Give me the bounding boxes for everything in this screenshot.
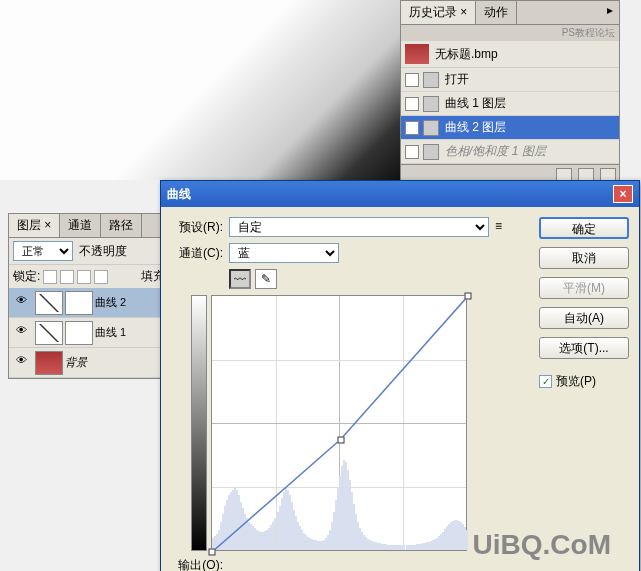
layer-thumb [35,351,63,375]
dialog-title: 曲线 [167,186,613,203]
preview-label: 预览(P) [556,373,596,390]
curve-point[interactable] [337,436,344,443]
channel-label: 通道(C): [171,245,223,262]
forum-watermark: PS教程论坛 [401,25,619,41]
auto-button[interactable]: 自动(A) [539,307,629,329]
panel-menu-icon[interactable]: ▸ [601,1,619,24]
layer-thumb [35,291,63,315]
dialog-body: 预设(R): 自定 ≡ 通道(C): 蓝 〰 ✎ [161,207,639,571]
history-label: 打开 [445,71,469,88]
file-thumbnail [405,44,429,64]
canvas-background [0,0,400,180]
history-checkbox[interactable] [405,121,419,135]
histogram [212,450,466,550]
layer-name: 曲线 2 [95,295,126,310]
lock-paint-icon[interactable] [60,270,74,284]
smooth-button[interactable]: 平滑(M) [539,277,629,299]
history-checkbox[interactable] [405,73,419,87]
file-name: 无标题.bmp [435,46,498,63]
history-item-open[interactable]: 打开 [401,68,619,92]
tab-actions[interactable]: 动作 [476,1,517,24]
dialog-right: 确定 取消 平滑(M) 自动(A) 选项(T)... ✓ 预览(P) [529,217,629,571]
history-item-huesat[interactable]: 色相/饱和度 1 图层 [401,140,619,164]
options-button[interactable]: 选项(T)... [539,337,629,359]
opacity-label: 不透明度 [79,243,127,260]
history-checkbox[interactable] [405,97,419,111]
visibility-icon[interactable] [15,355,31,371]
layer-row-curves2[interactable]: 曲线 2 [9,288,169,318]
preset-select[interactable]: 自定 [229,217,489,237]
blend-mode-select[interactable]: 正常 [13,241,73,261]
curve-point[interactable] [209,549,216,556]
lock-move-icon[interactable] [77,270,91,284]
mask-thumb [65,321,93,345]
history-tabs: 历史记录 × 动作 ▸ [401,1,619,25]
output-label: 输出(O): [171,557,223,571]
history-list: 打开 曲线 1 图层 曲线 2 图层 色相/饱和度 1 图层 [401,68,619,164]
ok-button[interactable]: 确定 [539,217,629,239]
visibility-icon[interactable] [15,325,31,341]
mask-thumb [65,291,93,315]
channel-select[interactable]: 蓝 [229,243,339,263]
curve-graph[interactable] [211,295,467,551]
layers-tabs: 图层 × 通道 路径 [9,214,169,238]
layer-row-background[interactable]: 背景 [9,348,169,378]
layers-panel: 图层 × 通道 路径 正常 不透明度 锁定: 填充 曲线 2 曲线 1 背景 [8,213,170,379]
preview-checkbox[interactable]: ✓ [539,375,552,388]
curve-area [191,295,529,551]
curve-point[interactable] [465,293,472,300]
output-gradient [191,295,207,551]
history-item-curves2[interactable]: 曲线 2 图层 [401,116,619,140]
tab-paths[interactable]: 路径 [101,214,142,237]
lock-transparency-icon[interactable] [43,270,57,284]
preset-label: 预设(R): [171,219,223,236]
layer-thumb [35,321,63,345]
layer-icon [423,120,439,136]
lock-row: 锁定: 填充 [9,264,169,288]
layer-icon [423,144,439,160]
visibility-icon[interactable] [15,295,31,311]
curve-pencil-mode-icon[interactable]: ✎ [255,269,277,289]
layer-options: 正常 不透明度 [9,238,169,264]
history-label: 曲线 1 图层 [445,95,506,112]
lock-label: 锁定: [13,268,40,285]
curve-mode-buttons: 〰 ✎ [229,269,277,289]
history-label: 曲线 2 图层 [445,119,506,136]
layer-name: 背景 [65,355,87,370]
history-panel: 历史记录 × 动作 ▸ PS教程论坛 无标题.bmp 打开 曲线 1 图层 曲线… [400,0,620,188]
tab-layers[interactable]: 图层 × [9,214,60,237]
open-icon [423,72,439,88]
lock-all-icon[interactable] [94,270,108,284]
dialog-left: 预设(R): 自定 ≡ 通道(C): 蓝 〰 ✎ [171,217,529,571]
tab-channels[interactable]: 通道 [60,214,101,237]
layer-list: 曲线 2 曲线 1 背景 [9,288,169,378]
curve-point-mode-icon[interactable]: 〰 [229,269,251,289]
close-icon[interactable]: × [613,185,633,203]
history-file-row[interactable]: 无标题.bmp [401,41,619,68]
cancel-button[interactable]: 取消 [539,247,629,269]
site-watermark: UiBQ.CoM [473,529,611,561]
layer-icon [423,96,439,112]
curves-dialog: 曲线 × 预设(R): 自定 ≡ 通道(C): 蓝 〰 ✎ [160,180,640,571]
history-checkbox[interactable] [405,145,419,159]
history-item-curves1[interactable]: 曲线 1 图层 [401,92,619,116]
preset-menu-icon[interactable]: ≡ [495,219,511,235]
layer-row-curves1[interactable]: 曲线 1 [9,318,169,348]
tab-history[interactable]: 历史记录 × [401,1,476,24]
layer-name: 曲线 1 [95,325,126,340]
history-label: 色相/饱和度 1 图层 [445,143,546,160]
dialog-titlebar[interactable]: 曲线 × [161,181,639,207]
